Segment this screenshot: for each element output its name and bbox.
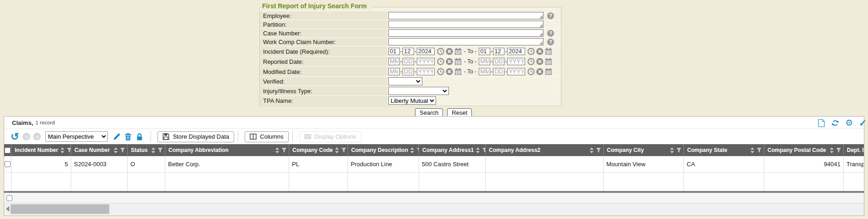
calendar-icon[interactable] bbox=[454, 68, 462, 75]
calendar-icon[interactable] bbox=[454, 58, 462, 65]
incident-to-yyyy-input[interactable] bbox=[507, 48, 525, 55]
time-icon[interactable] bbox=[527, 48, 535, 55]
column-header-dept-id[interactable]: Dept. ID bbox=[844, 144, 864, 156]
horizontal-scrollbar[interactable] bbox=[4, 203, 864, 215]
sort-icon[interactable] bbox=[589, 147, 594, 154]
store-displayed-data-button[interactable]: Store Displayed Data bbox=[157, 131, 234, 142]
column-header-company-address2[interactable]: Company Address2 bbox=[486, 144, 604, 156]
incident-to-dd-input[interactable] bbox=[493, 48, 504, 55]
sort-icon[interactable] bbox=[410, 147, 414, 154]
column-header-company-postal-code[interactable]: Company Postal Code bbox=[764, 144, 844, 156]
column-header-company-state[interactable]: Company State bbox=[684, 144, 764, 156]
filter-icon[interactable] bbox=[67, 147, 71, 153]
column-header-company-address1[interactable]: Company Address1 bbox=[419, 144, 486, 156]
undo-icon[interactable]: ↺ bbox=[11, 132, 19, 142]
time-icon[interactable] bbox=[527, 68, 535, 75]
incident-from-mm-input[interactable] bbox=[388, 48, 400, 55]
help-icon[interactable]: ? bbox=[547, 30, 554, 37]
partition-input[interactable] bbox=[388, 21, 543, 28]
reported-to-yyyy-input[interactable] bbox=[507, 58, 525, 65]
work-comp-input[interactable] bbox=[388, 38, 543, 45]
modified-from-mm-input[interactable] bbox=[388, 68, 400, 75]
new-document-icon[interactable] bbox=[818, 119, 825, 127]
reported-from-dd-input[interactable] bbox=[403, 58, 414, 65]
gear-icon[interactable]: ⚙ bbox=[845, 118, 853, 127]
sort-icon[interactable] bbox=[829, 147, 834, 154]
reported-to-dd-input[interactable] bbox=[493, 58, 504, 65]
filter-icon[interactable] bbox=[756, 147, 762, 153]
calendar-icon[interactable] bbox=[454, 48, 462, 55]
sort-icon[interactable] bbox=[151, 147, 156, 154]
help-icon[interactable]: ? bbox=[547, 39, 554, 45]
column-header-company-city[interactable]: Company City bbox=[604, 144, 684, 156]
scroll-left-arrow-icon[interactable] bbox=[6, 206, 9, 212]
clear-date-icon[interactable] bbox=[446, 68, 453, 75]
filter-icon[interactable] bbox=[482, 147, 486, 153]
sort-icon[interactable] bbox=[750, 147, 755, 154]
sort-icon[interactable] bbox=[670, 147, 674, 154]
filter-icon[interactable] bbox=[157, 147, 163, 153]
row-checkbox[interactable] bbox=[5, 161, 11, 167]
incident-to-mm-input[interactable] bbox=[479, 48, 490, 55]
perspective-select[interactable]: Main Perspective bbox=[45, 131, 108, 142]
clear-date-icon[interactable] bbox=[446, 58, 453, 65]
sort-icon[interactable] bbox=[60, 147, 65, 154]
reported-to-mm-input[interactable] bbox=[479, 58, 490, 65]
refresh-icon[interactable] bbox=[831, 119, 839, 127]
sort-icon[interactable] bbox=[335, 147, 339, 154]
time-icon[interactable] bbox=[527, 58, 535, 65]
modified-to-dd-input[interactable] bbox=[493, 68, 504, 75]
calendar-icon[interactable] bbox=[545, 48, 552, 55]
clear-date-icon[interactable] bbox=[536, 68, 543, 75]
delete-trash-icon[interactable] bbox=[124, 133, 132, 141]
filter-icon[interactable] bbox=[596, 147, 601, 153]
sort-icon[interactable] bbox=[113, 147, 118, 154]
modified-from-dd-input[interactable] bbox=[403, 68, 414, 75]
edit-pencil-icon[interactable] bbox=[112, 133, 121, 141]
time-icon[interactable] bbox=[437, 48, 444, 55]
modified-to-mm-input[interactable] bbox=[479, 68, 490, 75]
scrollbar-thumb[interactable] bbox=[11, 204, 109, 214]
reported-from-yyyy-input[interactable] bbox=[417, 58, 435, 65]
incident-from-yyyy-input[interactable] bbox=[417, 48, 435, 55]
filter-icon[interactable] bbox=[281, 147, 287, 153]
clear-date-icon[interactable] bbox=[536, 58, 543, 65]
reported-from-mm-input[interactable] bbox=[388, 58, 400, 65]
column-header-incident-number[interactable]: Incident Number bbox=[11, 144, 71, 156]
check-icon[interactable]: ✓ bbox=[859, 118, 867, 128]
incident-from-dd-input[interactable] bbox=[403, 48, 414, 55]
cell-dept-id: Transportation bbox=[844, 156, 864, 172]
tpa-name-select[interactable]: Liberty Mutual bbox=[388, 96, 436, 105]
column-header-case-number[interactable]: Case Number bbox=[71, 144, 128, 156]
filter-icon[interactable] bbox=[120, 147, 125, 153]
lock-icon[interactable] bbox=[135, 133, 144, 141]
modified-to-yyyy-input[interactable] bbox=[507, 68, 525, 75]
calendar-icon[interactable] bbox=[545, 58, 552, 65]
columns-button[interactable]: Columns bbox=[245, 131, 288, 142]
column-header-label: Case Number bbox=[74, 147, 110, 153]
time-icon[interactable] bbox=[437, 58, 444, 65]
cell-company-code: PL bbox=[289, 156, 348, 172]
filter-icon[interactable] bbox=[676, 147, 682, 153]
column-header-company-abbreviation[interactable]: Company Abbreviation bbox=[165, 144, 289, 156]
clear-date-icon[interactable] bbox=[446, 48, 453, 55]
sort-icon[interactable] bbox=[476, 147, 480, 154]
verified-select[interactable] bbox=[388, 77, 422, 85]
select-all-checkbox[interactable] bbox=[5, 147, 11, 153]
case-number-input[interactable] bbox=[388, 29, 543, 37]
column-header-company-code[interactable]: Company Code bbox=[289, 144, 348, 156]
time-icon[interactable] bbox=[437, 68, 444, 75]
calendar-icon[interactable] bbox=[545, 68, 552, 75]
modified-from-yyyy-input[interactable] bbox=[417, 68, 435, 75]
column-header-status[interactable]: Status bbox=[128, 144, 165, 156]
employee-input[interactable] bbox=[388, 12, 543, 19]
help-icon[interactable]: ? bbox=[547, 12, 554, 19]
sort-icon[interactable] bbox=[275, 147, 280, 154]
column-header-company-description[interactable]: Company Description bbox=[348, 144, 419, 156]
injury-type-select[interactable] bbox=[388, 87, 449, 95]
form-title: First Report of Injury Search Form bbox=[261, 2, 371, 10]
footer-row-checkbox[interactable] bbox=[6, 195, 12, 201]
filter-icon[interactable] bbox=[341, 147, 347, 153]
clear-date-icon[interactable] bbox=[536, 48, 543, 55]
filter-icon[interactable] bbox=[836, 147, 841, 153]
